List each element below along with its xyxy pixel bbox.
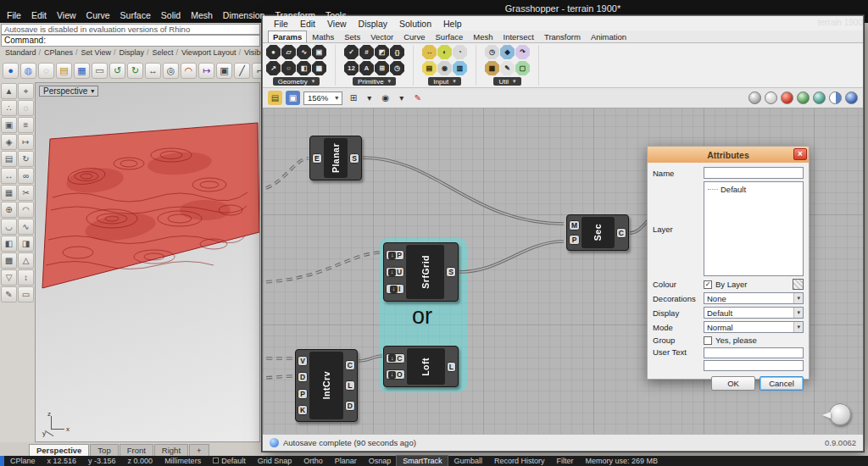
rhino-menu-item[interactable]: Surface bbox=[115, 9, 156, 21]
move-tool-icon[interactable]: ↦ bbox=[18, 134, 34, 150]
component-label[interactable]: IntCrv bbox=[309, 352, 343, 419]
input-param[interactable]: ↓C bbox=[386, 353, 405, 363]
viewport-tab[interactable]: Perspective bbox=[29, 444, 89, 456]
toolbar-tab[interactable]: Set View/ bbox=[80, 48, 118, 57]
save-file-icon[interactable]: ▦ bbox=[74, 63, 90, 79]
move-icon[interactable]: ↦ bbox=[198, 63, 214, 79]
output-param[interactable]: S bbox=[349, 153, 359, 164]
annotate-icon[interactable]: ✎ bbox=[1, 286, 17, 302]
display-select[interactable]: Default ▾ bbox=[704, 307, 804, 319]
gh-menu-item[interactable]: Display bbox=[353, 18, 393, 30]
layer-tree-item[interactable]: Default bbox=[708, 185, 799, 194]
open-document-icon[interactable]: ▤ bbox=[268, 91, 282, 105]
gh-component-sec[interactable]: MP Sec C bbox=[566, 214, 629, 251]
usertext-field-1[interactable] bbox=[704, 347, 804, 358]
number-param-icon[interactable]: # bbox=[359, 45, 374, 59]
toolbar-tab[interactable]: Visibility/ bbox=[242, 48, 261, 57]
output-param[interactable]: S bbox=[446, 267, 456, 277]
perspective-viewport[interactable]: Perspective ▾ bbox=[35, 82, 260, 442]
ok-button[interactable]: OK bbox=[711, 376, 755, 391]
dialog-titlebar[interactable]: Attributes × bbox=[648, 147, 809, 163]
rhino-menu-item[interactable]: Curve bbox=[81, 9, 115, 21]
zoom-view-icon[interactable]: ◎ bbox=[163, 63, 179, 79]
gh-menu-item[interactable]: Solution bbox=[393, 18, 437, 30]
statusbar-pane[interactable]: Grid Snap bbox=[252, 456, 298, 466]
eye-caret-icon[interactable]: ▾ bbox=[394, 91, 409, 105]
print-icon[interactable]: ▭ bbox=[92, 63, 108, 79]
component-label[interactable]: SrfGrid bbox=[406, 245, 444, 299]
group-icon[interactable]: ▢ bbox=[515, 61, 530, 75]
canvas-compass-widget[interactable] bbox=[829, 403, 851, 425]
layer-pane[interactable]: Default bbox=[207, 456, 252, 466]
line-icon[interactable]: ╱ bbox=[234, 63, 250, 79]
jump-icon[interactable]: ↷ bbox=[515, 45, 530, 59]
select-icon[interactable]: ▲ bbox=[1, 83, 17, 99]
rhino-menu-item[interactable]: Tools bbox=[320, 9, 352, 21]
layer-panel-icon[interactable]: ≡ bbox=[18, 117, 34, 133]
dimension-icon[interactable]: ▽ bbox=[1, 269, 17, 286]
input-param[interactable]: E bbox=[312, 153, 322, 164]
curve-param-icon[interactable]: ∿ bbox=[297, 45, 311, 59]
preview-shaded-icon[interactable] bbox=[748, 92, 761, 104]
rotate-view-icon[interactable]: ◠ bbox=[181, 63, 197, 79]
colour-param-icon[interactable]: ◩ bbox=[375, 45, 389, 59]
mesh-tool-icon[interactable]: ▩ bbox=[1, 252, 17, 269]
preview-off-icon[interactable] bbox=[781, 92, 793, 104]
points-on-icon[interactable]: ∴ bbox=[1, 100, 17, 116]
gh-category-tab[interactable]: Mesh bbox=[468, 31, 498, 42]
trim-tool-icon[interactable]: ✂ bbox=[18, 185, 34, 201]
group-label[interactable]: Primitive ▾ bbox=[353, 77, 396, 86]
cancel-button[interactable]: Cancel bbox=[760, 376, 804, 391]
group-label[interactable]: Geometry ▾ bbox=[273, 77, 320, 86]
integer-param-icon[interactable]: 12 bbox=[344, 61, 359, 75]
mode-select[interactable]: Normal ▾ bbox=[704, 321, 804, 333]
gradient-icon[interactable]: ▥ bbox=[453, 61, 467, 75]
hide-object-icon[interactable]: ◌ bbox=[18, 100, 34, 116]
decorations-select[interactable]: None ▾ bbox=[704, 292, 804, 304]
scribble-icon[interactable]: ✎ bbox=[500, 61, 515, 75]
polyline-icon[interactable]: ⌐ bbox=[252, 63, 261, 79]
preview-custom-icon[interactable] bbox=[797, 92, 810, 104]
toolbar-tab[interactable]: Display/ bbox=[117, 48, 150, 57]
wireframe-viewport-icon[interactable]: ◍ bbox=[20, 63, 36, 79]
matrix-param-icon[interactable]: ⊞ bbox=[375, 61, 389, 75]
panel-icon[interactable]: ▤ bbox=[422, 61, 437, 75]
component-label[interactable]: Loft bbox=[407, 348, 445, 385]
undo-icon[interactable]: ↺ bbox=[109, 63, 125, 79]
viewport-layout-icon[interactable]: ▭ bbox=[18, 286, 34, 302]
viewport-tab[interactable]: Right bbox=[154, 444, 188, 456]
viewport-menu-caret-icon[interactable]: ▾ bbox=[91, 87, 94, 95]
toolbar-tab[interactable]: Viewport Layout/ bbox=[180, 48, 242, 57]
toolbar-tab[interactable]: Select/ bbox=[151, 48, 181, 57]
properties-icon[interactable]: ◈ bbox=[1, 134, 17, 150]
timer-icon[interactable]: ◷ bbox=[485, 45, 499, 59]
colour-swatch[interactable] bbox=[793, 279, 804, 290]
preview-split-icon[interactable] bbox=[829, 92, 842, 104]
layer-list[interactable]: Default bbox=[704, 181, 804, 276]
slider-icon[interactable]: ↔ bbox=[422, 45, 437, 59]
zoom-extents-icon[interactable]: ⊞ bbox=[346, 91, 360, 105]
fillet-tool-icon[interactable]: ◡ bbox=[1, 219, 17, 235]
plane-param-icon[interactable]: ▱ bbox=[281, 45, 296, 59]
rhino-menu-item[interactable]: Transform bbox=[270, 9, 320, 21]
ghosted-viewport-icon[interactable]: ◌ bbox=[38, 63, 54, 79]
group-label[interactable]: Input ▾ bbox=[428, 77, 460, 86]
scale-tool-icon[interactable]: ↔ bbox=[1, 168, 17, 184]
gh-category-tab[interactable]: Animation bbox=[586, 31, 632, 42]
rhino-menu-item[interactable]: Edit bbox=[26, 9, 52, 21]
input-param[interactable]: ↓I bbox=[386, 284, 404, 294]
cluster-icon[interactable]: ◆ bbox=[500, 45, 515, 59]
copy-icon[interactable]: ▣ bbox=[216, 63, 232, 79]
vector-param-icon[interactable]: ↗ bbox=[266, 61, 281, 75]
output-param[interactable]: L bbox=[447, 362, 456, 372]
component-label[interactable]: Planar bbox=[324, 138, 348, 178]
preview-material-icon[interactable] bbox=[813, 92, 826, 104]
by-layer-checkbox[interactable]: ✓ bbox=[704, 280, 712, 289]
input-param[interactable]: M bbox=[569, 220, 580, 230]
by-layer-option[interactable]: By Layer bbox=[715, 280, 748, 289]
rhino-menu-item[interactable]: View bbox=[52, 9, 81, 21]
lock-object-icon[interactable]: ▣ bbox=[1, 117, 17, 133]
gh-category-tab[interactable]: Transform bbox=[539, 31, 586, 42]
command-prompt[interactable]: Command: bbox=[1, 35, 260, 47]
selection-filter-icon[interactable]: ⌖ bbox=[18, 83, 34, 99]
